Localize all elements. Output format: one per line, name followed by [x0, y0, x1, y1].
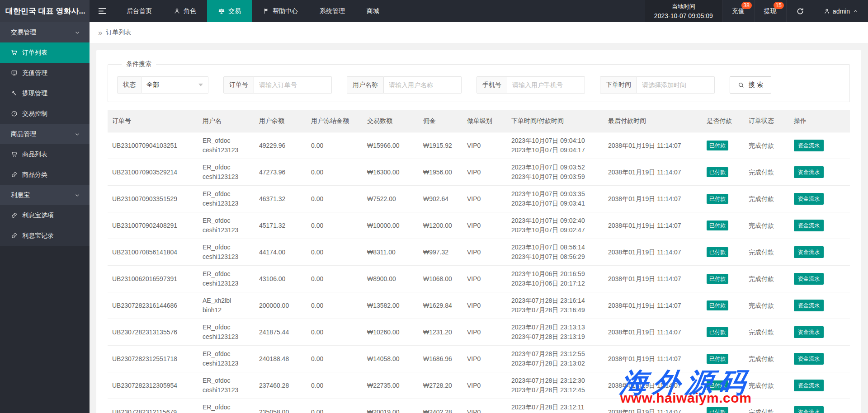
gauge-icon [11, 110, 18, 117]
sidebar-item-goods-category[interactable]: 商品分类 [0, 164, 90, 185]
sidebar-item-order-list[interactable]: 订单列表 [0, 42, 90, 63]
sidebar-item-lixibao-records[interactable]: 利息宝记录 [0, 225, 90, 246]
order-no-filter-group: 订单号 [223, 76, 332, 94]
pay-time: 2023年10月06日 20:17:12 [511, 279, 599, 288]
menu-item-mall[interactable]: 商城 [356, 0, 390, 22]
cell-username: ER_ofdoc ceshi123123 [198, 266, 255, 292]
fund-flow-button[interactable]: 资金流水 [794, 273, 824, 285]
table-header-row: 订单号 用户名 用户余额 用户冻结金额 交易数额 佣金 做单级别 下单时间/付款… [108, 110, 850, 132]
cell-order-no: UB2310070903529214 [108, 159, 198, 186]
cell-order-status: 完成付款 [744, 372, 789, 399]
fund-flow-button[interactable]: 资金流水 [794, 220, 824, 231]
sidebar-group-goods-mgmt[interactable]: 商品管理 [0, 124, 90, 144]
cell-last-pay-time: 2038年01月19日 11:14:07 [604, 186, 702, 212]
order-time: 2023年07月28日 23:12:30 [511, 376, 599, 385]
cell-amount: ₩15966.00 [363, 132, 419, 159]
sidebar-group-trade-mgmt[interactable]: 交易管理 [0, 22, 90, 42]
cell-level: VIP0 [462, 159, 507, 186]
sidebar-item-recharge-mgmt[interactable]: 充值管理 [0, 63, 90, 83]
local-time: 当地时间 2023-10-07 09:05:09 [645, 0, 722, 22]
username-line1: ER_ofdoc [203, 163, 250, 172]
cell-paid: 已付款 [702, 239, 744, 266]
user-name-input[interactable] [384, 76, 462, 94]
order-no-input[interactable] [254, 76, 332, 94]
menu-item-help[interactable]: 帮助中心 [252, 0, 309, 22]
table-row: UB2307282313135576 ER_ofdoc ceshi123123 … [108, 319, 850, 346]
sidebar-item-goods-list[interactable]: 商品列表 [0, 144, 90, 164]
order-time: 2023年07月28日 23:16:14 [511, 296, 599, 305]
order-time: 2023年10月07日 09:04:10 [511, 136, 599, 145]
cell-balance: 43106.00 [255, 266, 307, 292]
cell-last-pay-time: 2038年01月19日 11:14:07 [604, 239, 702, 266]
fund-flow-button[interactable]: 资金流水 [794, 166, 824, 178]
topbar: 대한민국 대표 영화사... 后台首页 角色 交易 [0, 0, 868, 22]
username-line2: ceshi123123 [203, 199, 250, 208]
menu-item-trade[interactable]: 交易 [207, 0, 252, 22]
status-select[interactable]: 全部 [142, 76, 208, 94]
recharge-button[interactable]: 充值 38 [722, 0, 754, 22]
orders-tbody: UB2310070904103251 ER_ofdoc ceshi123123 … [108, 132, 850, 413]
fund-flow-button[interactable]: 资金流水 [794, 406, 824, 413]
order-time: 2023年10月07日 09:02:40 [511, 216, 599, 225]
phone-input[interactable] [507, 76, 585, 94]
cell-paid: 已付款 [702, 132, 744, 159]
fund-flow-button[interactable]: 资金流水 [794, 193, 824, 205]
cell-order-pay-time: 2023年10月07日 09:03:52 2023年10月07日 09:03:5… [507, 159, 604, 186]
orders-table-wrap: 订单号 用户名 用户余额 用户冻结金额 交易数额 佣金 做单级别 下单时间/付款… [103, 110, 854, 413]
status-label: 状态 [117, 76, 142, 94]
order-time-filter-group: 下单时间 [600, 76, 715, 94]
cell-last-pay-time: 2038年01月19日 11:14:07 [604, 292, 702, 319]
col-balance: 用户余额 [255, 110, 307, 132]
sidebar-item-lixibao-options[interactable]: 利息宝选项 [0, 205, 90, 225]
cell-order-pay-time: 2023年10月07日 09:04:10 2023年10月07日 09:04:1… [507, 132, 604, 159]
table-row: UB2310070903351529 ER_ofdoc ceshi123123 … [108, 186, 850, 212]
fund-flow-button[interactable]: 资金流水 [794, 380, 824, 391]
cell-balance: 240188.48 [255, 346, 307, 372]
username-line2: binh12 [203, 305, 250, 315]
main-area: » 订单列表 条件搜索 状态 全部 [90, 22, 868, 413]
table-row: UB2310070902408291 ER_ofdoc ceshi123123 … [108, 212, 850, 239]
gavel-icon [11, 90, 18, 97]
pay-time: 2023年10月07日 09:03:41 [511, 199, 599, 208]
cell-level: VIP0 [462, 132, 507, 159]
cell-last-pay-time: 2038年01月19日 11:14:07 [604, 159, 702, 186]
withdraw-button[interactable]: 提现 15 [754, 0, 786, 22]
cell-order-no: UB2307282312305954 [108, 372, 198, 399]
user-menu[interactable]: admin [814, 0, 868, 22]
menu-item-roles[interactable]: 角色 [163, 0, 207, 22]
fund-flow-button[interactable]: 资金流水 [794, 246, 824, 258]
order-time-input[interactable] [637, 76, 715, 94]
sidebar-item-trade-control[interactable]: 交易控制 [0, 103, 90, 124]
menu-item-system[interactable]: 系统管理 [309, 0, 356, 22]
fund-flow-button[interactable]: 资金流水 [794, 326, 824, 338]
cell-actions: 资金流水 [789, 399, 850, 413]
menu-item-dashboard[interactable]: 后台首页 [116, 0, 163, 22]
cell-commission: ₩1915.92 [419, 132, 462, 159]
refresh-button[interactable] [786, 0, 814, 22]
cell-level: VIP0 [462, 266, 507, 292]
paid-status-badge: 已付款 [707, 407, 728, 413]
chevron-down-icon [74, 192, 80, 198]
cell-level: VIP0 [462, 319, 507, 346]
table-row: UB2310062016597391 ER_ofdoc ceshi123123 … [108, 266, 850, 292]
cart-icon [11, 49, 18, 56]
fund-flow-button[interactable]: 资金流水 [794, 300, 824, 311]
cell-last-pay-time: 2038年01月19日 11:14:07 [604, 346, 702, 372]
cell-username: ER_ofdoc ceshi123123 [198, 132, 255, 159]
paid-status-badge: 已付款 [707, 327, 728, 337]
sidebar-group-lixibao[interactable]: 利息宝 [0, 185, 90, 205]
cell-order-pay-time: 2023年07月28日 23:12:55 2023年07月28日 23:13:0… [507, 346, 604, 372]
cell-order-pay-time: 2023年10月06日 20:16:59 2023年10月06日 20:17:1… [507, 266, 604, 292]
search-button[interactable]: 搜 索 [730, 76, 771, 94]
flag-icon [263, 8, 269, 14]
hamburger-menu-icon[interactable] [90, 0, 116, 22]
cell-actions: 资金流水 [789, 292, 850, 319]
cell-paid: 已付款 [702, 399, 744, 413]
search-legend: 条件搜索 [122, 60, 156, 68]
sidebar-item-withdraw-mgmt[interactable]: 提现管理 [0, 83, 90, 103]
cell-balance: 45171.32 [255, 212, 307, 239]
fund-flow-button[interactable]: 资金流水 [794, 353, 824, 365]
fund-flow-button[interactable]: 资金流水 [794, 140, 824, 151]
refresh-icon [796, 7, 804, 15]
cell-commission: ₩902.64 [419, 186, 462, 212]
